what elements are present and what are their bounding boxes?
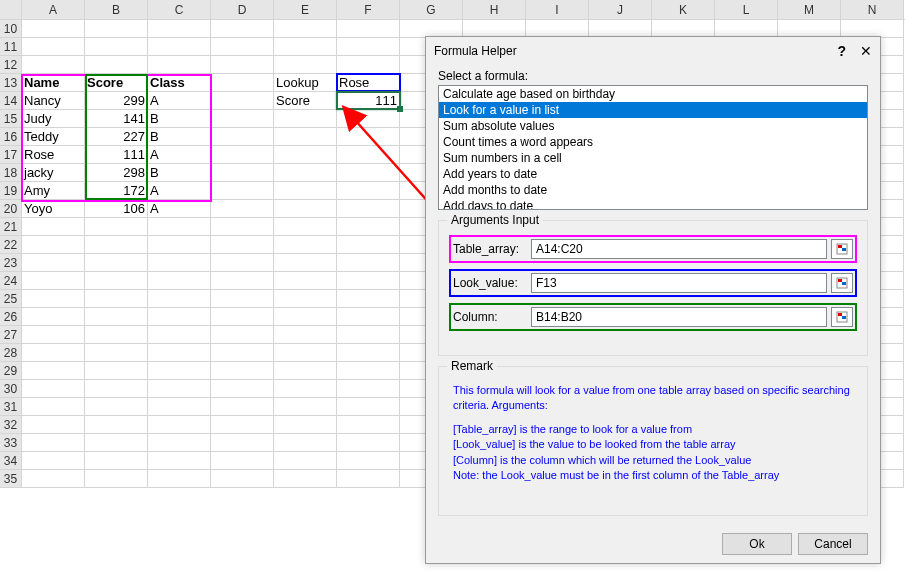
cell-E10[interactable] [274,20,337,38]
cell-B31[interactable] [85,398,148,416]
cell-C35[interactable] [148,470,211,488]
cell-A20[interactable]: Yoyo [22,200,85,218]
cell-D12[interactable] [211,56,274,74]
row-header-12[interactable]: 12 [0,56,22,74]
cell-E26[interactable] [274,308,337,326]
cell-B25[interactable] [85,290,148,308]
column-header-B[interactable]: B [85,0,148,19]
cell-A17[interactable]: Rose [22,146,85,164]
row-header-25[interactable]: 25 [0,290,22,308]
cell-A12[interactable] [22,56,85,74]
row-header-35[interactable]: 35 [0,470,22,488]
cell-A13[interactable]: Name [22,74,85,92]
formula-item[interactable]: Add months to date [439,182,867,198]
cell-C14[interactable]: A [148,92,211,110]
cell-F35[interactable] [337,470,400,488]
cell-A24[interactable] [22,272,85,290]
row-header-10[interactable]: 10 [0,20,22,38]
cell-C33[interactable] [148,434,211,452]
cell-B14[interactable]: 299 [85,92,148,110]
cell-F26[interactable] [337,308,400,326]
cell-E24[interactable] [274,272,337,290]
cell-F33[interactable] [337,434,400,452]
cell-F25[interactable] [337,290,400,308]
cell-B28[interactable] [85,344,148,362]
cell-A29[interactable] [22,362,85,380]
cell-D33[interactable] [211,434,274,452]
cell-E13[interactable]: Lookup [274,74,337,92]
cell-B21[interactable] [85,218,148,236]
ref-picker-look-value[interactable] [831,273,853,293]
cell-E21[interactable] [274,218,337,236]
row-header-26[interactable]: 26 [0,308,22,326]
dialog-titlebar[interactable]: Formula Helper ? ✕ [426,37,880,65]
cell-D15[interactable] [211,110,274,128]
cell-E28[interactable] [274,344,337,362]
cell-B16[interactable]: 227 [85,128,148,146]
cell-D20[interactable] [211,200,274,218]
cell-B27[interactable] [85,326,148,344]
cell-A35[interactable] [22,470,85,488]
cell-F28[interactable] [337,344,400,362]
cell-C27[interactable] [148,326,211,344]
cell-E20[interactable] [274,200,337,218]
cell-E19[interactable] [274,182,337,200]
formula-item[interactable]: Count times a word appears [439,134,867,150]
cell-D32[interactable] [211,416,274,434]
cell-C17[interactable]: A [148,146,211,164]
row-header-34[interactable]: 34 [0,452,22,470]
row-header-20[interactable]: 20 [0,200,22,218]
cell-C23[interactable] [148,254,211,272]
row-header-33[interactable]: 33 [0,434,22,452]
cell-B18[interactable]: 298 [85,164,148,182]
cell-D29[interactable] [211,362,274,380]
cell-E25[interactable] [274,290,337,308]
cell-A21[interactable] [22,218,85,236]
cell-B13[interactable]: Score [85,74,148,92]
cell-A34[interactable] [22,452,85,470]
cell-C28[interactable] [148,344,211,362]
cell-A11[interactable] [22,38,85,56]
cell-B33[interactable] [85,434,148,452]
cell-D34[interactable] [211,452,274,470]
cell-E35[interactable] [274,470,337,488]
cell-C30[interactable] [148,380,211,398]
cell-E31[interactable] [274,398,337,416]
cell-A10[interactable] [22,20,85,38]
row-header-17[interactable]: 17 [0,146,22,164]
formula-item[interactable]: Look for a value in list [439,102,867,118]
cell-F17[interactable] [337,146,400,164]
cell-D21[interactable] [211,218,274,236]
cell-C20[interactable]: A [148,200,211,218]
column-header-A[interactable]: A [22,0,85,19]
cell-F27[interactable] [337,326,400,344]
cell-E16[interactable] [274,128,337,146]
cell-C16[interactable]: B [148,128,211,146]
row-header-19[interactable]: 19 [0,182,22,200]
row-header-21[interactable]: 21 [0,218,22,236]
cell-D18[interactable] [211,164,274,182]
cell-B11[interactable] [85,38,148,56]
cell-B15[interactable]: 141 [85,110,148,128]
formula-item[interactable]: Add years to date [439,166,867,182]
cell-D17[interactable] [211,146,274,164]
cell-B32[interactable] [85,416,148,434]
row-header-32[interactable]: 32 [0,416,22,434]
cell-D19[interactable] [211,182,274,200]
arg-table-array-input[interactable] [531,239,827,259]
cell-D25[interactable] [211,290,274,308]
cell-D23[interactable] [211,254,274,272]
cell-D35[interactable] [211,470,274,488]
column-header-N[interactable]: N [841,0,904,19]
column-header-M[interactable]: M [778,0,841,19]
cell-D22[interactable] [211,236,274,254]
cell-C25[interactable] [148,290,211,308]
cell-B30[interactable] [85,380,148,398]
cell-F30[interactable] [337,380,400,398]
cell-E30[interactable] [274,380,337,398]
cell-F12[interactable] [337,56,400,74]
cell-F20[interactable] [337,200,400,218]
cell-E29[interactable] [274,362,337,380]
cell-E11[interactable] [274,38,337,56]
cell-A28[interactable] [22,344,85,362]
